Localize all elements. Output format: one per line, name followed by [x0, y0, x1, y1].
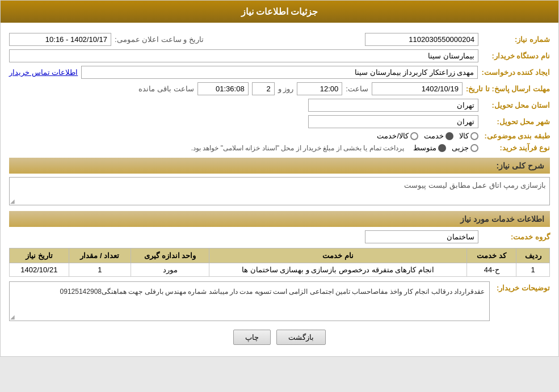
deadline-days-label: روز و [278, 85, 294, 93]
process-options: جزیی متوسط [413, 144, 478, 152]
category-label: طبقه بندی موضوعی: [482, 132, 550, 140]
table-row: 1 ح-44 انجام کارهای متفرقه درخصوص بازساز… [10, 263, 550, 277]
radio-khedmat [445, 132, 453, 140]
radio-kala-khedmat [410, 132, 418, 140]
category-kala-khedmat[interactable]: کالا/خدمت [377, 132, 418, 140]
process-motavasset-label: متوسط [413, 144, 436, 152]
cell-code: ح-44 [466, 263, 516, 277]
deadline-time: 12:00 [297, 82, 342, 95]
action-buttons: بازگشت چاپ [9, 330, 550, 345]
category-options: کالا خدمت کالا/خدمت [377, 132, 478, 140]
buyer-notes-section: توضیحات خریدار: عقدقرارداد درقالب انجام … [9, 281, 550, 321]
radio-kala [470, 132, 478, 140]
province-value: تهران [308, 99, 478, 112]
resize-icon: ◢ [10, 198, 15, 204]
col-row: ردیف [516, 248, 550, 263]
city-label: شهر محل تحویل: [482, 117, 550, 126]
creator-label: ایجاد کننده درخواست: [481, 68, 550, 77]
radio-jozii [470, 144, 478, 152]
process-motavasset[interactable]: متوسط [413, 144, 446, 152]
process-jozii-label: جزیی [452, 144, 469, 152]
header-title: جزئیات اطلاعات نیاز [241, 7, 318, 16]
cell-date: 1402/10/21 [10, 263, 69, 277]
need-number-label: شماره نیاز: [482, 35, 550, 44]
general-desc-section: شرح کلی نیاز: [9, 158, 550, 174]
col-name: نام خدمت [209, 248, 467, 263]
notes-resize-icon: ◢ [10, 314, 15, 320]
deadline-date: 1402/10/19 [372, 82, 463, 95]
services-table: ردیف کد خدمت نام خدمت واحد اندازه گیری ت… [9, 248, 550, 277]
deadline-remaining: 01:36:08 [197, 82, 249, 95]
general-desc-label: شرح کلی نیاز: [497, 161, 544, 170]
deadline-remaining-label: ساعت باقی مانده [138, 85, 194, 93]
city-value: تهران [308, 115, 478, 128]
buyer-org-label: نام دستگاه خریدار: [482, 52, 550, 60]
buyer-notes-value: عقدقرارداد درقالب انجام کار واخذ مفاصاحس… [60, 288, 485, 296]
buyer-notes-label: توضیحات خریدار: [493, 281, 550, 292]
creator-value: مهدی زراعتکار کاربرداز بیمارستان سینا [81, 66, 478, 79]
back-button[interactable]: بازگشت [276, 330, 326, 345]
radio-motavasset [438, 144, 446, 152]
print-button[interactable]: چاپ [233, 330, 271, 345]
contact-link[interactable]: اطلاعات تماس خریدار [9, 68, 78, 77]
need-number-value: 1102030550000204 [365, 33, 478, 46]
announce-date-value: 1402/10/17 - 10:16 [9, 33, 111, 46]
announce-date-label: تاریخ و ساعت اعلان عمومی: [115, 35, 204, 44]
process-jozii[interactable]: جزیی [452, 144, 478, 152]
page-title: جزئیات اطلاعات نیاز [1, 1, 558, 23]
col-unit: واحد اندازه گیری [131, 248, 209, 263]
deadline-days: 2 [252, 82, 275, 95]
category-khedmat-label: خدمت [424, 132, 444, 140]
services-section-header: اطلاعات خدمات مورد نیاز [9, 211, 550, 227]
category-kala-label: کالا [459, 132, 469, 140]
service-group-label: گروه خدمت: [482, 233, 550, 241]
buyer-notes-box: عقدقرارداد درقالب انجام کار واخذ مفاصاحس… [9, 281, 490, 321]
col-qty: تعداد / مقدار [69, 248, 131, 263]
cell-row: 1 [516, 263, 550, 277]
category-khedmat[interactable]: خدمت [424, 132, 453, 140]
deadline-time-label: ساعت: [346, 85, 368, 93]
process-note: پرداخت تمام یا بخشی از مبلغ خریدار از مح… [191, 144, 404, 152]
category-kala[interactable]: کالا [459, 132, 478, 140]
service-group-value: ساختمان [365, 230, 478, 243]
category-kala-khedmat-label: کالا/خدمت [377, 132, 409, 140]
col-code: کد خدمت [466, 248, 516, 263]
services-section-title: اطلاعات خدمات مورد نیاز [460, 214, 544, 224]
cell-qty: 1 [69, 263, 131, 277]
buyer-org-value: بیمارستان سینا [9, 49, 478, 62]
general-desc-value: بازسازی رمپ اتاق عمل مطابق لیست پیوست [404, 181, 546, 189]
cell-name: انجام کارهای متفرقه درخصوص بازسازی و بهس… [209, 263, 467, 277]
cell-unit: مورد [131, 263, 209, 277]
general-desc-box: بازسازی رمپ اتاق عمل مطابق لیست پیوست [9, 177, 550, 205]
process-label: نوع فرآیند خرید: [482, 144, 550, 152]
deadline-label: مهلت ارسال پاسخ: تا تاریخ: [466, 85, 550, 93]
province-label: استان محل تحویل: [482, 101, 550, 109]
col-date: تاریخ نیاز [10, 248, 69, 263]
